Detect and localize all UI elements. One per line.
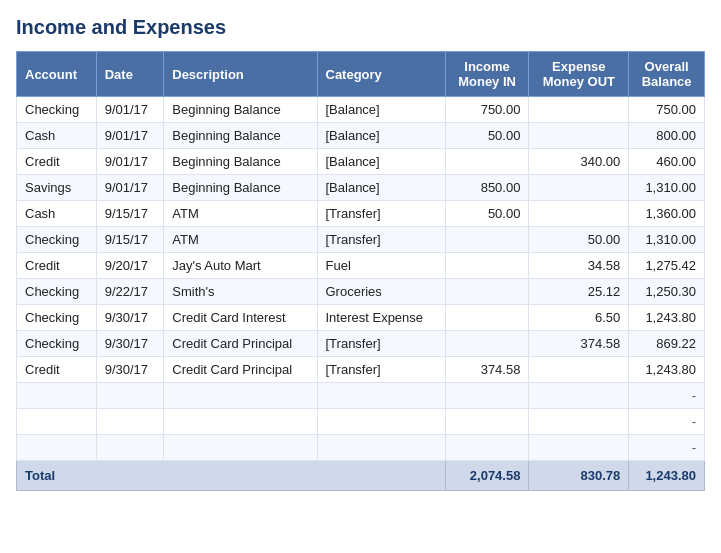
cell-account <box>17 383 97 409</box>
cell-balance: 800.00 <box>629 123 705 149</box>
cell-expense <box>529 435 629 461</box>
cell-account: Savings <box>17 175 97 201</box>
cell-income <box>445 227 529 253</box>
cell-description: Credit Card Interest <box>164 305 317 331</box>
cell-category: [Transfer] <box>317 331 445 357</box>
cell-description: Credit Card Principal <box>164 357 317 383</box>
footer-income: 2,074.58 <box>445 461 529 491</box>
cell-expense <box>529 409 629 435</box>
cell-date <box>96 383 164 409</box>
cell-account: Cash <box>17 123 97 149</box>
col-header-category: Category <box>317 52 445 97</box>
cell-category: [Balance] <box>317 97 445 123</box>
cell-account <box>17 435 97 461</box>
cell-date: 9/20/17 <box>96 253 164 279</box>
cell-category: [Transfer] <box>317 227 445 253</box>
table-row: Checking 9/01/17 Beginning Balance [Bala… <box>17 97 705 123</box>
cell-balance: 1,310.00 <box>629 175 705 201</box>
cell-balance: 1,243.80 <box>629 357 705 383</box>
table-row: Checking 9/30/17 Credit Card Principal [… <box>17 331 705 357</box>
cell-balance: - <box>629 383 705 409</box>
cell-balance: 1,310.00 <box>629 227 705 253</box>
cell-description <box>164 435 317 461</box>
cell-account: Checking <box>17 227 97 253</box>
cell-date: 9/15/17 <box>96 227 164 253</box>
cell-account: Checking <box>17 97 97 123</box>
cell-expense: 374.58 <box>529 331 629 357</box>
cell-expense <box>529 123 629 149</box>
cell-description <box>164 409 317 435</box>
cell-expense <box>529 97 629 123</box>
cell-account: Checking <box>17 305 97 331</box>
cell-balance: 1,250.30 <box>629 279 705 305</box>
cell-expense <box>529 175 629 201</box>
table-footer-row: Total 2,074.58 830.78 1,243.80 <box>17 461 705 491</box>
cell-category: Fuel <box>317 253 445 279</box>
cell-description: Smith's <box>164 279 317 305</box>
cell-income <box>445 383 529 409</box>
cell-date: 9/01/17 <box>96 123 164 149</box>
cell-description: ATM <box>164 227 317 253</box>
cell-income <box>445 305 529 331</box>
cell-income: 850.00 <box>445 175 529 201</box>
col-header-expense: ExpenseMoney OUT <box>529 52 629 97</box>
table-row: Cash 9/15/17 ATM [Transfer] 50.00 1,360.… <box>17 201 705 227</box>
cell-account: Cash <box>17 201 97 227</box>
cell-expense: 340.00 <box>529 149 629 175</box>
cell-date: 9/22/17 <box>96 279 164 305</box>
cell-description: Beginning Balance <box>164 97 317 123</box>
cell-category: Groceries <box>317 279 445 305</box>
table-row: Cash 9/01/17 Beginning Balance [Balance]… <box>17 123 705 149</box>
cell-date: 9/01/17 <box>96 175 164 201</box>
cell-date <box>96 435 164 461</box>
cell-date: 9/15/17 <box>96 201 164 227</box>
income-expenses-table: Account Date Description Category Income… <box>16 51 705 491</box>
cell-expense: 34.58 <box>529 253 629 279</box>
cell-date: 9/30/17 <box>96 357 164 383</box>
cell-balance: 1,275.42 <box>629 253 705 279</box>
cell-income <box>445 253 529 279</box>
cell-category <box>317 435 445 461</box>
footer-expense: 830.78 <box>529 461 629 491</box>
col-header-date: Date <box>96 52 164 97</box>
cell-expense <box>529 201 629 227</box>
table-row: Credit 9/20/17 Jay's Auto Mart Fuel 34.5… <box>17 253 705 279</box>
cell-date: 9/30/17 <box>96 305 164 331</box>
table-row: Checking 9/15/17 ATM [Transfer] 50.00 1,… <box>17 227 705 253</box>
cell-account: Checking <box>17 279 97 305</box>
cell-category: [Balance] <box>317 149 445 175</box>
cell-description <box>164 383 317 409</box>
cell-balance: 460.00 <box>629 149 705 175</box>
cell-balance: 750.00 <box>629 97 705 123</box>
cell-income <box>445 279 529 305</box>
cell-account <box>17 409 97 435</box>
table-row: Savings 9/01/17 Beginning Balance [Balan… <box>17 175 705 201</box>
cell-description: ATM <box>164 201 317 227</box>
cell-expense: 25.12 <box>529 279 629 305</box>
page-title: Income and Expenses <box>16 16 705 39</box>
cell-description: Credit Card Principal <box>164 331 317 357</box>
cell-date: 9/01/17 <box>96 97 164 123</box>
cell-balance: 1,360.00 <box>629 201 705 227</box>
cell-description: Beginning Balance <box>164 123 317 149</box>
table-row: - <box>17 383 705 409</box>
cell-category: [Transfer] <box>317 201 445 227</box>
cell-expense: 6.50 <box>529 305 629 331</box>
cell-income <box>445 331 529 357</box>
cell-description: Jay's Auto Mart <box>164 253 317 279</box>
cell-category: Interest Expense <box>317 305 445 331</box>
cell-income: 750.00 <box>445 97 529 123</box>
cell-balance: - <box>629 409 705 435</box>
table-row: - <box>17 409 705 435</box>
table-row: Checking 9/22/17 Smith's Groceries 25.12… <box>17 279 705 305</box>
cell-income <box>445 149 529 175</box>
cell-account: Credit <box>17 149 97 175</box>
cell-description: Beginning Balance <box>164 149 317 175</box>
cell-expense: 50.00 <box>529 227 629 253</box>
cell-category: [Balance] <box>317 175 445 201</box>
col-header-income: IncomeMoney IN <box>445 52 529 97</box>
cell-account: Checking <box>17 331 97 357</box>
table-row: Checking 9/30/17 Credit Card Interest In… <box>17 305 705 331</box>
cell-balance: 869.22 <box>629 331 705 357</box>
cell-income: 374.58 <box>445 357 529 383</box>
